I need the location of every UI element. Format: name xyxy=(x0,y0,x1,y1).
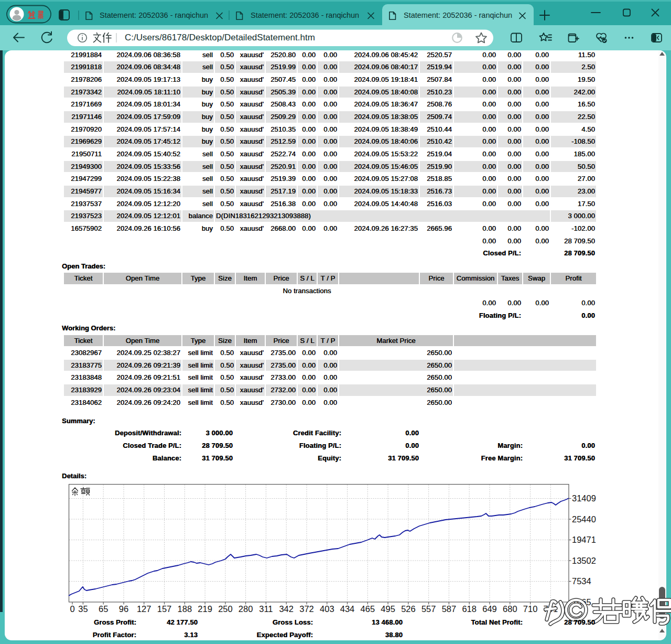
svg-text:250: 250 xyxy=(218,604,233,614)
svg-text:0: 0 xyxy=(70,604,74,614)
svg-text:7534: 7534 xyxy=(572,576,591,586)
svg-text:434: 434 xyxy=(340,604,355,614)
svg-text:403: 403 xyxy=(320,604,334,614)
svg-text:188: 188 xyxy=(178,604,192,614)
svg-text:618: 618 xyxy=(462,604,477,614)
svg-text:35: 35 xyxy=(78,604,88,614)
svg-text:19471: 19471 xyxy=(572,535,596,544)
svg-text:587: 587 xyxy=(442,604,457,614)
svg-text:25440: 25440 xyxy=(572,514,596,524)
svg-text:465: 465 xyxy=(361,604,375,614)
svg-text:157: 157 xyxy=(157,604,172,614)
svg-text:31409: 31409 xyxy=(572,493,596,503)
svg-text:127: 127 xyxy=(137,604,151,614)
svg-text:526: 526 xyxy=(401,604,416,614)
svg-text:219: 219 xyxy=(198,604,212,614)
svg-text:557: 557 xyxy=(421,604,436,614)
svg-text:65: 65 xyxy=(99,604,108,614)
svg-text:649: 649 xyxy=(482,604,497,614)
svg-text:13502: 13502 xyxy=(572,556,596,565)
svg-text:311: 311 xyxy=(259,604,273,614)
svg-text:342: 342 xyxy=(279,604,294,614)
svg-text:280: 280 xyxy=(239,604,253,614)
svg-text:495: 495 xyxy=(381,604,395,614)
svg-text:96: 96 xyxy=(119,604,128,614)
svg-text:372: 372 xyxy=(299,604,314,614)
svg-text:680: 680 xyxy=(503,604,517,614)
